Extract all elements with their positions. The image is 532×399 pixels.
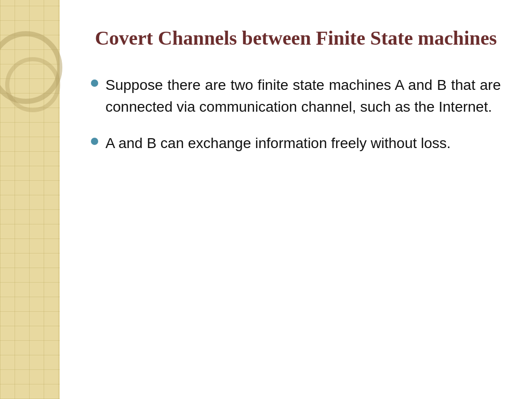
list-item: A and B can exchange information freely … — [91, 132, 501, 154]
slide-title: Covert Channels between Finite State mac… — [91, 26, 501, 51]
bullet-dot-icon — [91, 79, 98, 87]
list-item: Suppose there are two finite state machi… — [91, 74, 501, 118]
slide-container: Covert Channels between Finite State mac… — [0, 0, 532, 399]
decorative-sidebar — [0, 0, 60, 399]
main-content: Covert Channels between Finite State mac… — [60, 0, 532, 399]
bullet-list: Suppose there are two finite state machi… — [91, 74, 501, 154]
bullet-text-1: Suppose there are two finite state machi… — [105, 74, 501, 118]
bullet-text-2: A and B can exchange information freely … — [105, 132, 501, 154]
bullet-dot-icon — [91, 138, 98, 145]
